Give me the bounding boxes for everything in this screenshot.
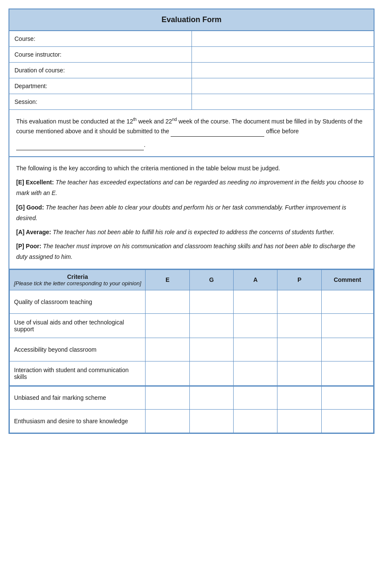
rating-e-s2-0[interactable] <box>146 386 189 410</box>
info-value-2[interactable] <box>192 63 374 78</box>
criteria-text-1: Use of visual aids and other technologic… <box>10 313 146 338</box>
rating-g-0[interactable] <box>189 290 233 313</box>
col-g-header: G <box>189 270 233 290</box>
key-poor-desc: The teacher must improve on his communic… <box>16 243 355 260</box>
key-good-label: [G] Good: <box>16 204 44 211</box>
rating-e-1[interactable] <box>146 313 189 338</box>
info-label-4: Session: <box>9 94 192 110</box>
rating-g-s2-1[interactable] <box>189 410 233 433</box>
info-value-1[interactable] <box>192 47 374 63</box>
criteria-table-section2: Unbiased and fair marking scheme Enthusi… <box>9 386 374 433</box>
info-label-2: Duration of course: <box>9 63 192 78</box>
criteria-row-s2: Unbiased and fair marking scheme <box>10 386 374 410</box>
criteria-text-s2-0: Unbiased and fair marking scheme <box>10 386 146 410</box>
rating-a-s2-1[interactable] <box>234 410 277 433</box>
col-a-header: A <box>234 270 277 290</box>
rating-a-1[interactable] <box>234 313 277 338</box>
key-good-desc: The teacher has been able to clear your … <box>16 204 346 221</box>
rating-e-2[interactable] <box>146 338 189 361</box>
key-poor-label: [P] Poor: <box>16 243 41 250</box>
info-row: Course instructor: <box>9 47 374 63</box>
col-p-header: P <box>277 270 321 290</box>
comment-1[interactable] <box>321 313 373 338</box>
key-average-desc: The teacher has not been able to fulfill… <box>53 229 334 235</box>
key-excellent-desc: The teacher has exceeded expectations an… <box>16 179 363 196</box>
comment-s2-0[interactable] <box>321 386 373 410</box>
key-average-label: [A] Average: <box>16 229 51 235</box>
instructions-box: This evaluation must be conducted at the… <box>9 110 374 157</box>
rating-g-s2-0[interactable] <box>189 386 233 410</box>
key-average: [A] Average: The teacher has not been ab… <box>16 227 367 238</box>
criteria-row: Quality of classroom teaching <box>10 290 374 313</box>
rating-p-0[interactable] <box>277 290 321 313</box>
rating-g-1[interactable] <box>189 313 233 338</box>
rating-e-3[interactable] <box>146 361 189 385</box>
criteria-col-header: Criteria [Please tick the letter corresp… <box>10 270 146 290</box>
rating-a-3[interactable] <box>234 361 277 385</box>
rating-p-3[interactable] <box>277 361 321 385</box>
info-value-4[interactable] <box>192 94 374 110</box>
criteria-table-section1: Criteria [Please tick the letter corresp… <box>9 270 374 386</box>
info-label-3: Department: <box>9 78 192 94</box>
info-table: Course: Course instructor: Duration of c… <box>9 31 374 110</box>
key-box: The following is the key according to wh… <box>9 157 374 270</box>
info-label-1: Course instructor: <box>9 47 192 63</box>
info-label-0: Course: <box>9 31 192 47</box>
key-excellent: [E] Excellent: The teacher has exceeded … <box>16 177 367 198</box>
rating-e-s2-1[interactable] <box>146 410 189 433</box>
rating-p-s2-0[interactable] <box>277 386 321 410</box>
comment-0[interactable] <box>321 290 373 313</box>
rating-p-2[interactable] <box>277 338 321 361</box>
form-header: Evaluation Form <box>9 9 374 31</box>
rating-p-s2-1[interactable] <box>277 410 321 433</box>
rating-p-1[interactable] <box>277 313 321 338</box>
rating-a-0[interactable] <box>234 290 277 313</box>
key-intro: The following is the key according to wh… <box>16 163 367 174</box>
rating-a-2[interactable] <box>234 338 277 361</box>
rating-g-2[interactable] <box>189 338 233 361</box>
info-row: Duration of course: <box>9 63 374 78</box>
comment-s2-1[interactable] <box>321 410 373 433</box>
criteria-row-s2: Enthusiasm and desire to share knowledge <box>10 410 374 433</box>
key-good: [G] Good: The teacher has been able to c… <box>16 202 367 224</box>
criteria-row: Use of visual aids and other technologic… <box>10 313 374 338</box>
form-title: Evaluation Form <box>161 15 221 24</box>
col-e-header: E <box>146 270 189 290</box>
info-row: Course: <box>9 31 374 47</box>
criteria-text-s2-1: Enthusiasm and desire to share knowledge <box>10 410 146 433</box>
key-excellent-label: [E] Excellent: <box>16 179 54 186</box>
key-poor: [P] Poor: The teacher must improve on hi… <box>16 241 367 262</box>
evaluation-form: Evaluation Form Course: Course instructo… <box>9 9 374 434</box>
info-row: Department: <box>9 78 374 94</box>
info-row: Session: <box>9 94 374 110</box>
rating-g-3[interactable] <box>189 361 233 385</box>
comment-3[interactable] <box>321 361 373 385</box>
criteria-text-2: Accessibility beyond classroom <box>10 338 146 361</box>
col-comment-header: Comment <box>321 270 373 290</box>
criteria-row: Interaction with student and communicati… <box>10 361 374 385</box>
info-value-3[interactable] <box>192 78 374 94</box>
criteria-row: Accessibility beyond classroom <box>10 338 374 361</box>
instructions-blank-line: . <box>16 140 367 150</box>
rating-e-0[interactable] <box>146 290 189 313</box>
criteria-text-0: Quality of classroom teaching <box>10 290 146 313</box>
criteria-text-3: Interaction with student and communicati… <box>10 361 146 385</box>
info-value-0[interactable] <box>192 31 374 47</box>
comment-2[interactable] <box>321 338 373 361</box>
instructions-text: This evaluation must be conducted at the… <box>16 116 367 137</box>
rating-a-s2-0[interactable] <box>234 386 277 410</box>
